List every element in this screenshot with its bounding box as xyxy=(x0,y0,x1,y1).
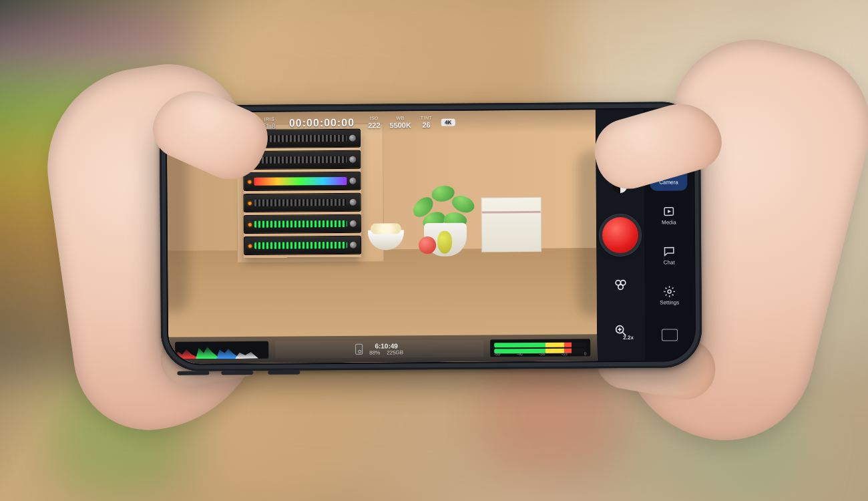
window-toggle-button[interactable] xyxy=(651,319,688,351)
histogram[interactable] xyxy=(175,341,268,359)
phone-storage-icon xyxy=(355,344,363,355)
audio-channel-1 xyxy=(494,342,586,347)
tint-readout[interactable]: TINT 26 xyxy=(421,116,432,129)
storage-time-remaining: 6:10:49 xyxy=(375,342,398,349)
tab-settings-label: Settings xyxy=(660,299,679,305)
scene-boxes xyxy=(481,197,542,253)
svg-point-6 xyxy=(668,289,671,293)
storage-indicator[interactable]: 6:10:49 88% 225GB xyxy=(275,339,483,358)
gear-icon xyxy=(663,285,676,298)
tab-chat-label: Chat xyxy=(664,259,675,265)
tab-media[interactable]: Media xyxy=(650,198,688,230)
tab-settings[interactable]: Settings xyxy=(650,279,688,311)
svg-point-2 xyxy=(618,285,623,289)
tab-media-label: Media xyxy=(662,219,676,225)
scene-apple xyxy=(419,236,436,254)
audio-meters[interactable]: -50 -40 -30 -15 0 xyxy=(490,339,590,357)
iso-label: ISO xyxy=(370,116,379,121)
lens-trio-icon xyxy=(613,277,628,292)
wb-value: 5500K xyxy=(389,121,411,129)
record-button[interactable] xyxy=(602,217,638,253)
window-icon xyxy=(662,329,678,341)
tab-chat[interactable]: Chat xyxy=(650,238,688,271)
iso-readout[interactable]: ISO 222 xyxy=(368,116,380,130)
audio-scale: -50 -40 -30 -15 0 xyxy=(494,351,586,356)
zoom-button[interactable]: 2.2x xyxy=(606,316,636,345)
media-icon xyxy=(662,204,676,218)
storage-percent: 88% xyxy=(369,350,380,356)
tint-value: 26 xyxy=(422,121,430,129)
resolution-badge[interactable]: 4K xyxy=(441,118,455,126)
timecode[interactable]: 00:00:00:00 xyxy=(289,117,355,130)
iris-label: IRIS xyxy=(264,117,274,122)
iso-value: 222 xyxy=(368,122,380,130)
wb-readout[interactable]: WB 5500K xyxy=(389,116,411,129)
tint-label: TINT xyxy=(421,116,432,120)
zoom-value: 2.2x xyxy=(623,335,634,341)
lens-select-button[interactable] xyxy=(606,270,635,299)
wb-label: WB xyxy=(397,116,405,120)
viewfinder-bottom-overlay: 6:10:49 88% 225GB -50 -40 -30 -15 xyxy=(168,334,597,363)
scene-pear xyxy=(437,231,452,254)
chat-icon xyxy=(662,244,676,258)
storage-capacity: 225GB xyxy=(387,349,403,355)
